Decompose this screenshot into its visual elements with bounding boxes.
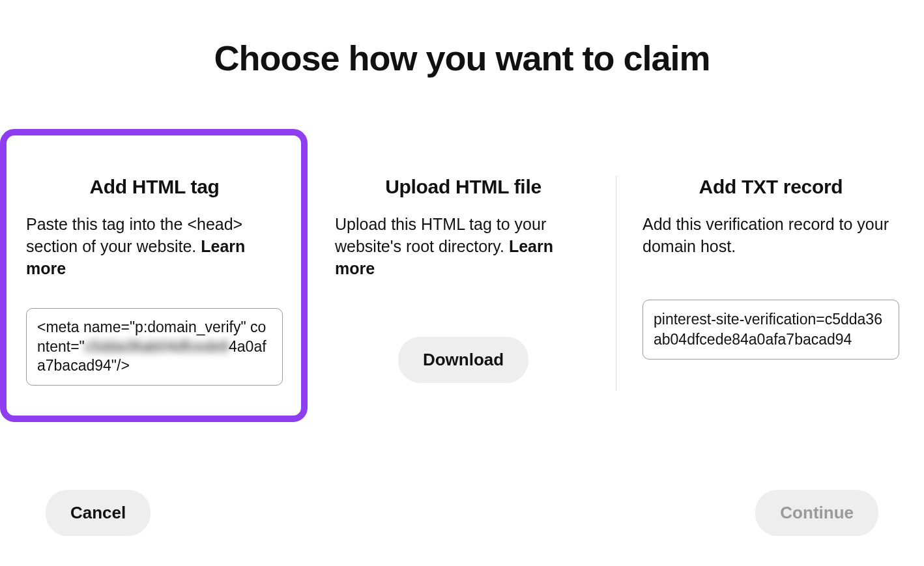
download-button[interactable]: Download: [398, 337, 528, 383]
option-add-txt-record[interactable]: Add TXT record Add this verification rec…: [616, 129, 924, 422]
option-add-html-tag[interactable]: Add HTML tag Paste this tag into the <he…: [0, 129, 308, 422]
download-wrap: Download: [335, 337, 592, 383]
continue-button[interactable]: Continue: [755, 490, 878, 536]
option-upload-html-file[interactable]: Upload HTML file Upload this HTML tag to…: [309, 129, 616, 422]
option-description: Paste this tag into the <head> section o…: [26, 214, 283, 279]
code-masked: c5dda36ab04dfcede8: [85, 338, 229, 355]
txt-record-box[interactable]: pinterest-site-verification=c5dda36ab04d…: [642, 300, 899, 360]
modal-heading: Choose how you want to claim: [0, 0, 924, 78]
option-description: Upload this HTML tag to your website's r…: [335, 214, 592, 279]
option-title: Add TXT record: [642, 176, 899, 198]
option-description-text: Add this verification record to your dom…: [642, 215, 889, 255]
option-title: Add HTML tag: [26, 176, 283, 198]
html-tag-code-box[interactable]: <meta name="p:domain_verify" content="c5…: [26, 308, 283, 385]
claim-method-modal: Choose how you want to claim Add HTML ta…: [0, 0, 924, 566]
option-description: Add this verification record to your dom…: [642, 214, 899, 258]
modal-footer: Cancel Continue: [0, 490, 924, 536]
cancel-button[interactable]: Cancel: [46, 490, 151, 536]
option-title: Upload HTML file: [335, 176, 592, 198]
options-row: Add HTML tag Paste this tag into the <he…: [0, 129, 924, 422]
